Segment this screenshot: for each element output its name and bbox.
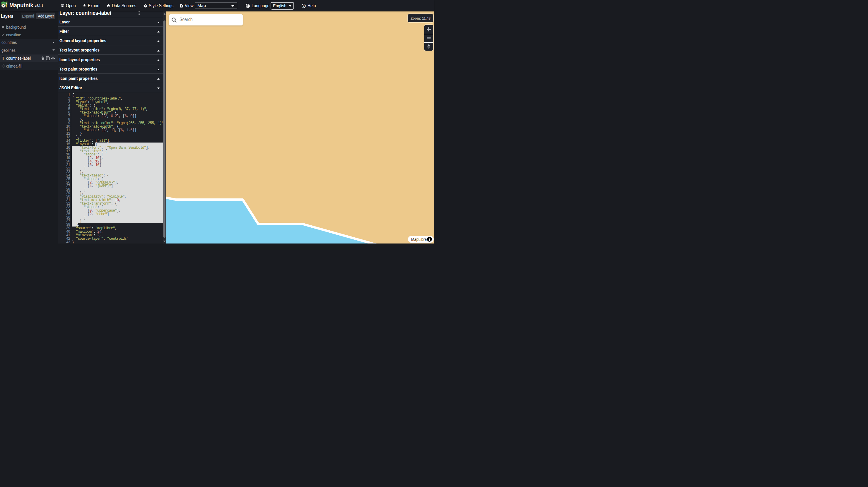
svg-text:?: ? [303, 4, 304, 7]
